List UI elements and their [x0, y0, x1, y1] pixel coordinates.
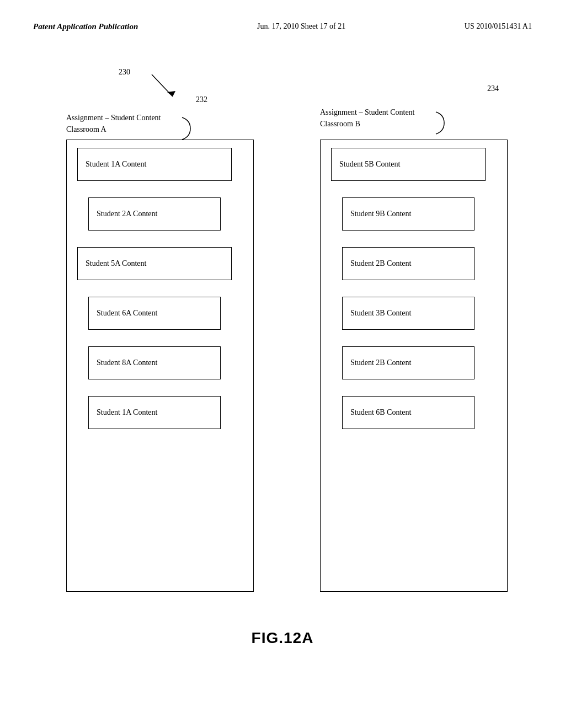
- student-5a-row: Student 5A Content: [77, 247, 232, 280]
- student-5b-row: Student 5B Content: [331, 148, 486, 181]
- label-234: 234: [487, 84, 499, 93]
- page-header: Patent Application Publication Jun. 17, …: [33, 22, 532, 35]
- student-1a-row: Student 1A Content: [77, 148, 232, 181]
- student-3b-row: Student 3B Content: [342, 297, 475, 330]
- student-2a-row: Student 2A Content: [88, 197, 221, 231]
- student-6b-row: Student 6B Content: [342, 396, 475, 429]
- student-6a-row: Student 6A Content: [88, 297, 221, 330]
- publication-title: Patent Application Publication: [33, 22, 138, 31]
- student-9b-row: Student 9B Content: [342, 197, 475, 231]
- svg-marker-1: [167, 91, 175, 97]
- diagram-area: 230 232 234 Assignment – Student Content…: [33, 51, 532, 658]
- student-2b-row: Student 2B Content: [342, 247, 475, 280]
- student-1a2-row: Student 1A Content: [88, 396, 221, 429]
- classroom-b-label: Assignment – Student Content Classroom B: [320, 106, 415, 130]
- student-8a-row: Student 8A Content: [88, 346, 221, 379]
- svg-line-0: [152, 74, 173, 97]
- date-sheet: Jun. 17, 2010 Sheet 17 of 21: [257, 22, 345, 31]
- student-2b2-row: Student 2B Content: [342, 346, 475, 379]
- figure-label: FIG.12A: [252, 629, 314, 647]
- patent-number: US 2010/0151431 A1: [465, 22, 532, 31]
- page: Patent Application Publication Jun. 17, …: [0, 0, 565, 728]
- label-230: 230: [119, 68, 130, 77]
- classroom-a-label: Assignment – Student Content Classroom A: [66, 112, 161, 135]
- label-232: 232: [196, 95, 207, 104]
